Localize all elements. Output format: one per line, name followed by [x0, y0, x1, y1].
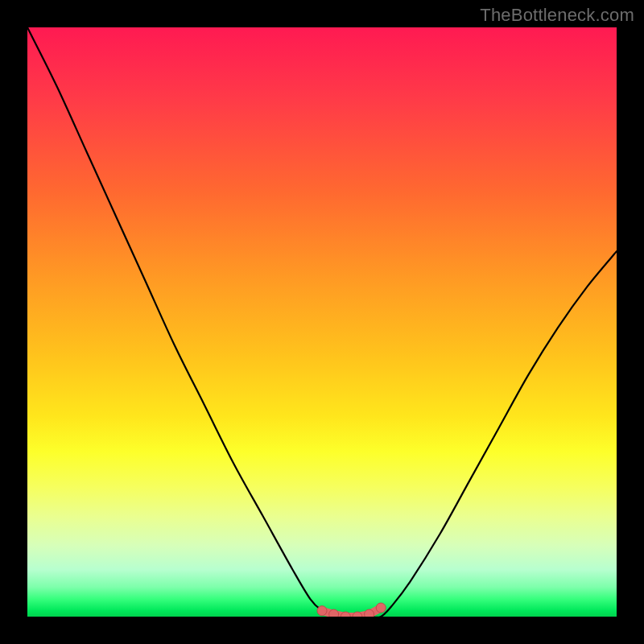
marker-dot	[329, 609, 339, 617]
watermark-label: TheBottleneck.com	[480, 5, 634, 26]
zero-bottleneck-markers	[317, 603, 386, 617]
plot-area	[27, 27, 617, 617]
bottleneck-curve	[27, 27, 617, 617]
marker-dot	[317, 606, 327, 616]
chart-svg	[27, 27, 617, 617]
chart-frame: TheBottleneck.com	[0, 0, 644, 644]
marker-dot	[376, 603, 386, 613]
marker-dot	[365, 609, 374, 617]
